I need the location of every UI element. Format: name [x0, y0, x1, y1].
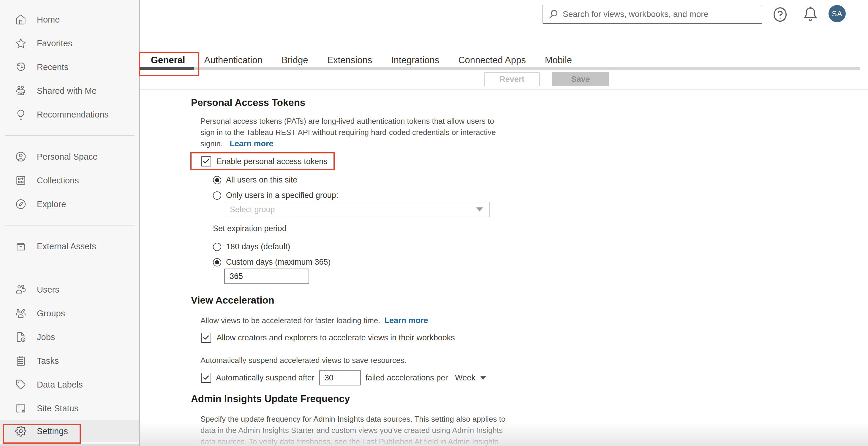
enable-pat-label: Enable personal access tokens	[216, 157, 328, 166]
lightbulb-icon	[15, 109, 27, 121]
sidebar-item-label: Users	[37, 285, 59, 295]
sidebar-item-label: Jobs	[37, 332, 55, 342]
custom-days-radio[interactable]	[213, 258, 221, 267]
tab-general[interactable]: General	[151, 55, 185, 66]
pat-description: Personal access tokens (PATs) are long-l…	[200, 115, 496, 149]
site-status-icon	[15, 402, 27, 414]
days-180-radio[interactable]	[213, 243, 221, 251]
sidebar-item-jobs[interactable]: Jobs	[0, 325, 139, 349]
sidebar-item-recommendations[interactable]: Recommendations	[0, 103, 139, 127]
all-users-radio[interactable]	[213, 176, 221, 184]
days-180-radio-row: 180 days (default)	[213, 242, 290, 251]
chevron-down-icon	[480, 376, 486, 380]
all-users-radio-row: All users on this site	[213, 175, 297, 184]
tasks-clipboard-icon	[15, 355, 27, 367]
notifications-button[interactable]	[802, 6, 818, 23]
sidebar-item-label: Favorites	[37, 39, 72, 48]
sidebar-divider	[5, 135, 134, 136]
sidebar-item-label: Collections	[37, 176, 79, 185]
sidebar-item-label: Site Status	[37, 404, 79, 413]
home-icon	[15, 14, 27, 26]
view-acceleration-desc-row: Allow views to be accelerated for faster…	[200, 315, 428, 326]
sidebar-item-groups[interactable]: Groups	[0, 302, 139, 325]
sidebar-divider	[5, 225, 134, 226]
settings-tab-bar: General Authentication Bridge Extensions…	[140, 54, 868, 67]
tab-authentication[interactable]: Authentication	[204, 55, 262, 66]
help-button[interactable]	[772, 6, 788, 23]
sidebar-item-label: Settings	[37, 426, 68, 436]
sidebar-item-label: Tasks	[37, 356, 59, 366]
sidebar-item-users[interactable]: Users	[0, 278, 139, 302]
tab-bottom-strip	[142, 67, 860, 70]
custom-days-radio-row: Custom days (maximum 365)	[213, 258, 331, 267]
sidebar-item-recents[interactable]: Recents	[0, 55, 139, 79]
auto-suspend-checkbox[interactable]	[201, 373, 211, 383]
bell-icon	[802, 6, 818, 22]
sidebar-item-external-assets[interactable]: External Assets	[0, 234, 139, 258]
sidebar-item-data-labels[interactable]: Data Labels	[0, 373, 139, 397]
va-learn-more-link[interactable]: Learn more	[384, 316, 428, 325]
compass-icon	[15, 198, 27, 210]
sidebar-item-label: Shared with Me	[37, 86, 97, 96]
check-icon	[203, 158, 210, 165]
allow-accelerate-checkbox[interactable]	[201, 333, 211, 343]
allow-accelerate-row: Allow creators and explorers to accelera…	[201, 333, 455, 343]
expiration-period-label: Set expiration period	[213, 224, 286, 233]
failed-accelerations-input[interactable]	[319, 370, 361, 385]
sidebar-divider	[5, 268, 134, 268]
sidebar-item-shared-with-me[interactable]: Shared with Me	[0, 79, 139, 103]
sidebar-item-label: Groups	[37, 309, 65, 318]
sidebar-item-personal-space[interactable]: Personal Space	[0, 145, 139, 169]
sidebar-item-label: External Assets	[37, 242, 96, 251]
help-icon	[772, 6, 788, 23]
settings-content: Personal Access Tokens Personal access t…	[140, 90, 868, 446]
active-tab-underline	[140, 67, 194, 70]
period-dropdown[interactable]: Week	[455, 373, 486, 382]
specified-group-radio-row: Only users in a specified group:	[213, 191, 338, 200]
global-search[interactable]	[542, 5, 762, 24]
tag-icon	[15, 379, 27, 390]
enable-pat-row: Enable personal access tokens	[201, 157, 328, 167]
personal-space-icon	[15, 151, 27, 163]
sidebar-bottom-strip	[0, 444, 139, 446]
save-button[interactable]: Save	[552, 72, 609, 87]
sidebar-item-label: Data Labels	[37, 380, 83, 390]
sidebar-item-label: Personal Space	[37, 152, 98, 162]
sidebar-item-label: Recommendations	[37, 110, 109, 119]
sidebar-item-collections[interactable]: Collections	[0, 169, 139, 192]
sidebar-item-home[interactable]: Home	[0, 8, 139, 31]
enable-pat-checkbox[interactable]	[201, 157, 211, 167]
groups-icon	[15, 307, 27, 319]
sidebar-item-tasks[interactable]: Tasks	[0, 349, 139, 373]
users-icon	[15, 284, 27, 296]
pat-learn-more-link[interactable]: Learn more	[229, 139, 273, 148]
sidebar-nav-list: Home Favorites Recents Shared with Me Re…	[0, 0, 139, 442]
sidebar-item-explore[interactable]: Explore	[0, 192, 139, 216]
specified-group-radio[interactable]	[213, 192, 221, 200]
chevron-down-icon	[476, 207, 483, 212]
sidebar-item-label: Recents	[37, 62, 68, 72]
search-input[interactable]	[563, 9, 756, 19]
admin-insights-description: Specify the update frequency for Admin I…	[200, 413, 505, 446]
tab-integrations[interactable]: Integrations	[391, 55, 439, 66]
group-select-dropdown[interactable]: Select group	[223, 202, 490, 217]
sidebar-item-favorites[interactable]: Favorites	[0, 31, 139, 55]
tab-mobile[interactable]: Mobile	[545, 55, 572, 66]
view-acceleration-title: View Acceleration	[191, 295, 274, 306]
group-select-placeholder: Select group	[230, 205, 275, 214]
user-avatar[interactable]: SA	[829, 5, 846, 22]
auto-suspend-row: Automatically suspend after failed accel…	[201, 370, 486, 385]
revert-button[interactable]: Revert	[484, 72, 540, 87]
tab-bridge[interactable]: Bridge	[281, 55, 308, 66]
sidebar-item-settings[interactable]: Settings	[0, 420, 139, 442]
tab-extensions[interactable]: Extensions	[327, 55, 372, 66]
external-assets-icon	[15, 240, 27, 252]
custom-days-input[interactable]	[224, 269, 309, 284]
sidebar-item-label: Home	[37, 15, 60, 25]
tab-connected-apps[interactable]: Connected Apps	[458, 55, 526, 66]
sidebar-item-site-status[interactable]: Site Status	[0, 397, 139, 420]
jobs-document-clock-icon	[15, 331, 27, 343]
pat-section-title: Personal Access Tokens	[191, 97, 305, 108]
search-icon	[549, 9, 559, 19]
recents-clock-icon	[15, 61, 27, 73]
